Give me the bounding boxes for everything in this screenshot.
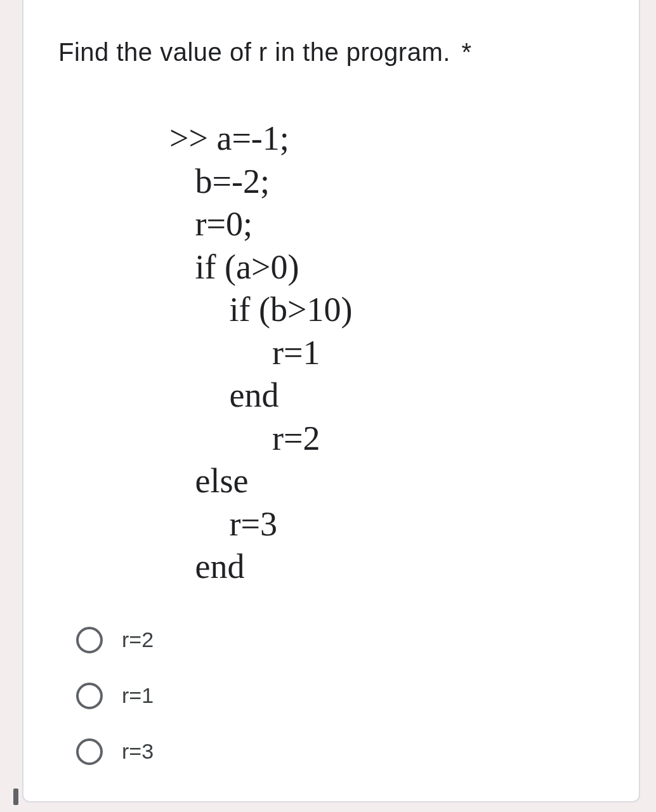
code-block: >> a=-1; b=-2; r=0; if (a>0) if (b>10) r… (169, 117, 604, 589)
question-card: Find the value of r in the program. * >>… (22, 0, 640, 802)
code-line: >> a=-1; (169, 117, 604, 160)
code-line: if (a>0) (169, 246, 604, 289)
option-label: r=3 (122, 739, 154, 764)
option-r2[interactable]: r=2 (76, 627, 604, 653)
code-line: r=3 (169, 503, 604, 546)
edge-mark (13, 789, 18, 805)
required-asterisk: * (461, 38, 471, 66)
code-line: if (b>10) (169, 289, 604, 332)
option-label: r=1 (122, 683, 154, 708)
option-label: r=2 (122, 627, 154, 652)
option-r1[interactable]: r=1 (76, 683, 604, 709)
radio-icon (76, 627, 103, 653)
question-text-line: Find the value of r in the program. * (58, 38, 604, 67)
option-r3[interactable]: r=3 (76, 738, 604, 765)
code-line: b=-2; (169, 160, 604, 204)
radio-icon (76, 738, 103, 765)
radio-icon (76, 683, 103, 709)
code-line: r=0; (169, 203, 604, 246)
code-line: else (169, 460, 604, 503)
code-line: end (169, 374, 604, 417)
code-line: end (169, 546, 604, 589)
code-line: r=2 (169, 417, 604, 461)
options-group: r=2 r=1 r=3 (76, 627, 604, 765)
code-line: r=1 (169, 332, 604, 375)
question-text: Find the value of r in the program. (58, 38, 450, 66)
